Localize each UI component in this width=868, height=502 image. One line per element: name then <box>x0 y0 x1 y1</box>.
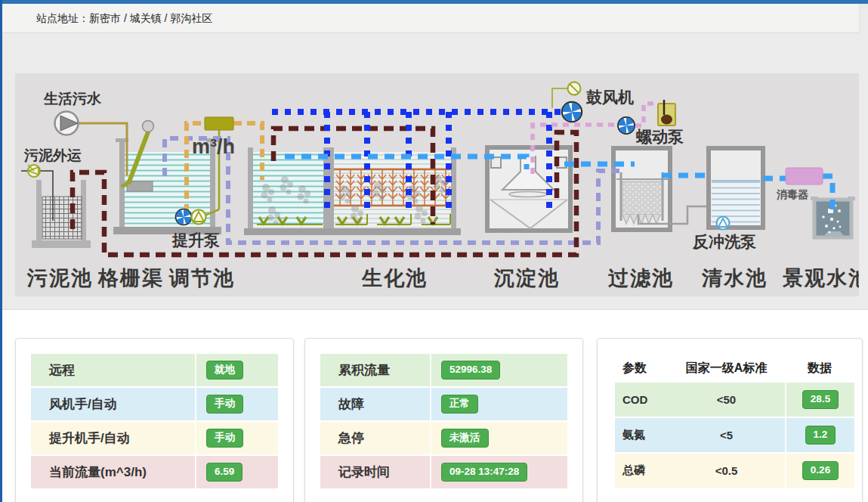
status-badge: 手动 <box>206 395 243 414</box>
param-standard: <50 <box>717 393 736 406</box>
flow-meter-icon[interactable] <box>205 117 233 130</box>
lift-pump-icon[interactable] <box>192 210 206 225</box>
flow-status-panel: 累积流量 52996.38 故障 正常 急停 未激活 记录时间 09-28 13… <box>304 338 583 502</box>
param-standard: <5 <box>720 429 733 442</box>
left-accent-bar <box>0 0 2 502</box>
backwash-pump-icon[interactable] <box>717 217 730 230</box>
hmi-screen: 站点地址：新密市 / 城关镇 / 郭沟社区 <box>0 0 868 502</box>
table-row: 总磷 <0.5 0.26 <box>615 454 854 489</box>
status-badge: 未激活 <box>441 429 489 448</box>
status-badge: 手动 <box>206 429 243 448</box>
tank-clearwater-label: 清水池 <box>701 267 768 290</box>
column-header-data: 数据 <box>808 361 832 376</box>
param-name: 氨氮 <box>615 428 668 442</box>
row-label: 当前流量(m^3/h) <box>31 463 195 481</box>
tank-filter-label: 过滤池 <box>608 267 674 290</box>
row-label: 累积流量 <box>320 361 430 379</box>
column-header-standard: 国家一级A标准 <box>686 361 768 376</box>
column-header-param: 参数 <box>615 361 668 376</box>
lift-pump-label: 提升泵 <box>171 231 220 249</box>
dosing-beaker-icon[interactable] <box>658 100 675 126</box>
disinfector-icon[interactable] <box>786 168 823 184</box>
lift-fan-icon[interactable] <box>176 209 192 225</box>
water-quality-panel: 参数 国家一级A标准 数据 COD <50 28.5 氨氮 <5 1.2 总磷 … <box>597 338 863 502</box>
tank-regulating-label: 调节池 <box>168 267 235 290</box>
inflow-label: 生活污水 <box>43 91 102 107</box>
sludge-out-valve-icon[interactable] <box>28 165 40 177</box>
site-address-label: 站点地址：新密市 / 城关镇 / 郭沟社区 <box>2 4 859 33</box>
param-standard: <0.5 <box>715 464 738 477</box>
tank-sludge-label: 污泥池 <box>26 267 93 290</box>
site-header: 站点地址：新密市 / 城关镇 / 郭沟社区 <box>2 4 860 33</box>
backwash-pump-label: 反冲洗泵 <box>692 233 756 250</box>
disinfector-label: 消毒器 <box>776 188 809 200</box>
table-row: 氨氮 <5 1.2 <box>615 418 854 454</box>
table-row: COD <50 28.5 <box>615 383 854 418</box>
status-badge: 正常 <box>441 395 478 414</box>
value-badge: 0.26 <box>802 461 839 480</box>
row-label: 风机手/自动 <box>31 395 195 413</box>
screen-drive-icon <box>143 121 154 132</box>
blower-label: 鼓风机 <box>585 88 634 106</box>
timestamp-badge: 09-28 13:47:28 <box>441 463 527 482</box>
flow-unit-label: m³/h <box>192 135 235 158</box>
tank-grid-label: 格栅渠 <box>97 267 164 290</box>
param-name: COD <box>615 393 668 406</box>
table-row: 记录时间 09-28 13:47:28 <box>320 456 567 490</box>
row-label: 记录时间 <box>320 463 430 481</box>
table-row: 远程 就地 <box>31 354 278 388</box>
row-label: 提升机手/自动 <box>31 429 195 447</box>
value-badge: 28.5 <box>802 390 839 409</box>
table-row: 风机手/自动 手动 <box>31 388 278 422</box>
tank-bio-label: 生化池 <box>361 267 428 290</box>
control-status-panel: 远程 就地 风机手/自动 手动 提升机手/自动 手动 当前流量(m^3/h) 6… <box>15 338 294 502</box>
peristaltic-pump-label: 螺动泵 <box>635 128 684 145</box>
table-row: 故障 正常 <box>320 388 567 422</box>
bio-tank <box>244 147 461 235</box>
value-badge: 52996.38 <box>441 361 500 380</box>
tank-sedimentation-label: 沉淀池 <box>493 267 560 290</box>
param-name: 总磷 <box>615 463 668 478</box>
value-badge: 6.59 <box>206 463 242 482</box>
row-label: 故障 <box>320 395 430 413</box>
inflow-pump-icon[interactable] <box>55 112 79 135</box>
table-header-row: 参数 国家一级A标准 数据 <box>615 354 854 383</box>
row-label: 急停 <box>320 429 430 447</box>
table-row: 急停 未激活 <box>320 422 567 456</box>
value-badge: 1.2 <box>805 426 836 445</box>
process-flow-diagram: 生活污水 污泥外运 m³/h 提升泵 鼓风机 螺动泵 反冲洗泵 消毒器 污泥池 … <box>15 73 859 296</box>
status-badge: 就地 <box>206 361 243 380</box>
filter-media-icon <box>622 181 662 215</box>
tank-landscape-label: 景观水池 <box>782 267 859 290</box>
table-row: 提升机手/自动 手动 <box>31 422 278 456</box>
sludge-out-label: 污泥外运 <box>23 147 82 163</box>
clearwater-tank <box>709 148 763 230</box>
blower-fan-icon[interactable] <box>562 102 582 122</box>
table-row: 累积流量 52996.38 <box>320 354 567 388</box>
row-label: 远程 <box>31 361 195 379</box>
peristaltic-fan-icon[interactable] <box>618 117 635 134</box>
sludge-tank <box>32 180 91 248</box>
table-row: 当前流量(m^3/h) 6.59 <box>31 456 278 490</box>
blower-valve-icon[interactable] <box>568 82 581 95</box>
